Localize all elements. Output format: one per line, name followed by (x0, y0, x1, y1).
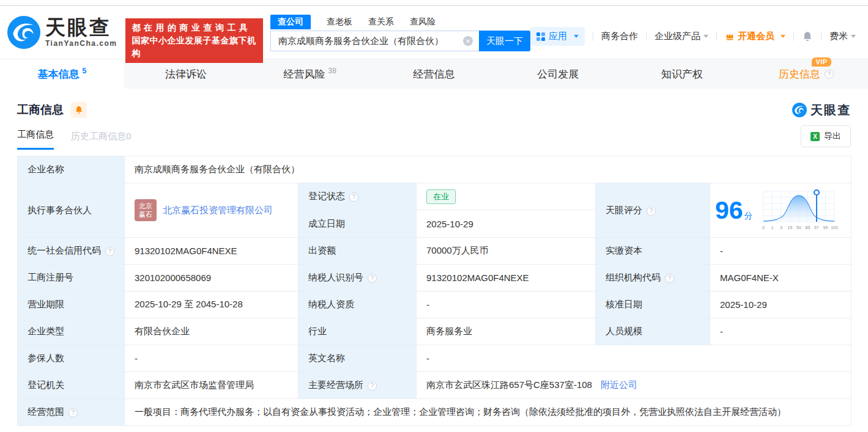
business-info-table: 企业名称 南京成顺商务服务合伙企业（有限合伙） 执行事务合伙人 北京赢石 北京赢… (17, 156, 851, 426)
score-distribution-chart: 0 1 3 15 50 85 97 99 100 (757, 186, 841, 234)
menu-enterprise-products[interactable]: 企业级产品 (655, 31, 708, 42)
help-icon[interactable]: ? (368, 274, 377, 283)
bell-icon (75, 106, 83, 114)
help-icon[interactable]: ? (665, 274, 674, 283)
table-row: 统一社会信用代码? 91320102MAG0F4NEXE 出资额 70000万人… (18, 238, 851, 265)
help-icon[interactable]: ? (647, 207, 656, 216)
tianyancha-watermark: 天眼查 (792, 102, 851, 119)
crown-icon (725, 32, 735, 41)
logo-text: 天眼查 (45, 17, 117, 38)
field-value: 91320102MAG0F4NEXE (417, 265, 596, 291)
field-label-cell: 执行事务合伙人 (18, 183, 125, 238)
field-value: 70000万人民币 (417, 238, 596, 265)
company-avatar[interactable]: 北京赢石 (135, 199, 157, 221)
menu-cooperation[interactable]: 商务合作 (601, 31, 638, 42)
field-label-cell: 核准日期 (596, 291, 710, 318)
field-label-cell: 英文名称 (299, 345, 417, 372)
menu-open-vip[interactable]: 开通会员 (725, 31, 785, 42)
svg-text:15: 15 (787, 225, 792, 230)
search-button[interactable]: 天眼一下 (479, 31, 530, 51)
divider (821, 32, 822, 41)
menu-username[interactable]: 费米 (829, 31, 856, 42)
search-area: 查公司 查老板 查关系 查风险 ✕ 天眼一下 (270, 13, 530, 51)
divider (716, 32, 717, 41)
field-label-cell: 工商注册号 (18, 265, 125, 291)
field-value: 南京市玄武区珠江路657号C座537室-108 (426, 379, 592, 390)
field-label-cell: 企业类型 (18, 318, 125, 345)
help-icon[interactable]: ? (69, 408, 78, 417)
nearby-companies-link[interactable]: 附近公司 (601, 379, 637, 390)
svg-text:100: 100 (831, 225, 838, 230)
monitor-bell-button[interactable] (71, 102, 87, 118)
field-label-cell: 经营范围? (18, 399, 125, 426)
chevron-down-icon (781, 35, 785, 38)
field-value: 91320102MAG0F4NEXE (125, 238, 299, 265)
search-tab-boss[interactable]: 查老板 (327, 15, 352, 29)
tianyancha-logo[interactable]: 天眼查 TianYanCha.com (7, 16, 117, 49)
grid-icon (536, 32, 545, 41)
help-icon[interactable]: ? (825, 70, 834, 79)
tianyan-score-cell[interactable]: 96分 (710, 183, 851, 238)
field-value: - (417, 291, 596, 318)
help-icon[interactable]: ? (349, 192, 358, 202)
table-row: 经营范围? 一般项目：商务代理代办服务；以自有资金从事投资活动；企业管理；企业管… (18, 399, 851, 426)
search-tab-company[interactable]: 查公司 (270, 15, 311, 29)
tab-basic-info[interactable]: 基本信息5 (0, 59, 124, 89)
field-value: - (710, 238, 851, 265)
apps-menu-button[interactable]: 应用 (530, 27, 585, 46)
partner-company-link[interactable]: 北京赢石投资管理有限公司 (163, 205, 273, 216)
table-row: 登记机关 南京市玄武区市场监督管理局 主要经营场所? 南京市玄武区珠江路657号… (18, 372, 851, 399)
field-value: - (417, 345, 851, 372)
svg-text:1: 1 (771, 225, 773, 230)
field-value: 南京市玄武区市场监督管理局 (125, 372, 299, 399)
field-label-cell: 组织机构代码? (596, 265, 710, 291)
table-row: 参保人数 - 英文名称 - (18, 345, 851, 372)
tab-intellectual-property[interactable]: 知识产权 (620, 59, 744, 89)
field-value: MAG0F4NE-X (710, 265, 851, 291)
divider (793, 32, 794, 41)
notification-bell-icon[interactable] (802, 31, 813, 42)
chevron-down-icon (703, 35, 708, 38)
help-icon[interactable]: ? (368, 381, 377, 390)
tianyancha-logo-icon (7, 16, 40, 49)
field-label-cell: 人员规模 (596, 318, 710, 345)
top-menu: 应用 商务合作 企业级产品 开通会员 费米 (530, 27, 856, 46)
field-value: 商务服务业 (417, 318, 596, 345)
field-label-cell: 天眼评分? (596, 183, 710, 238)
svg-text:85: 85 (805, 225, 810, 230)
search-tab-risk[interactable]: 查风险 (410, 15, 436, 29)
section-header: 工商信息 天眼查 (17, 101, 851, 119)
tab-company-development[interactable]: 公司发展 (496, 59, 620, 89)
field-label-cell: 参保人数 (18, 345, 125, 372)
field-label-cell: 出资额 (299, 238, 417, 265)
tab-legal-proceedings[interactable]: 法律诉讼 (124, 59, 248, 89)
table-row: 执行事务合伙人 北京赢石 北京赢石投资管理有限公司 登记状态? 在业 天眼评分?… (18, 183, 851, 210)
search-input[interactable] (270, 31, 479, 51)
field-label-cell: 主要经营场所? (299, 372, 417, 399)
search-tab-relation[interactable]: 查关系 (368, 15, 394, 29)
field-label-cell: 统一社会信用代码? (18, 238, 125, 265)
excel-icon: X (811, 132, 820, 141)
export-button[interactable]: X 导出 (801, 125, 851, 147)
section-title: 工商信息 (17, 102, 64, 118)
subtab-row: 工商信息 历史工商信息0 X 导出 (17, 125, 851, 150)
tab-business-risk[interactable]: 经营风险38 (248, 59, 372, 89)
registration-status-cell: 在业 (417, 183, 596, 210)
field-label-cell: 纳税人识别号? (299, 265, 417, 291)
clear-search-icon[interactable]: ✕ (463, 36, 473, 46)
subtab-history-registration[interactable]: 历史工商信息0 (71, 131, 131, 150)
tab-count: 38 (328, 67, 336, 75)
field-label-cell: 营业期限 (18, 291, 125, 318)
subtab-business-registration[interactable]: 工商信息 (17, 129, 54, 150)
help-icon[interactable]: ? (105, 247, 114, 256)
tab-history-info[interactable]: 历史信息 VIP ? (744, 59, 868, 89)
field-value: 有限合伙企业 (125, 318, 299, 345)
tab-business-info[interactable]: 经营信息 (372, 59, 496, 89)
field-label-cell: 登记状态? (299, 183, 417, 210)
brand-slogan: 都在用的商业查询工具 国家中小企业发展子基金旗下机构 (125, 18, 263, 63)
field-value: 2025-10-29 至 2045-10-28 (125, 291, 299, 318)
field-label-cell: 企业名称 (18, 156, 125, 183)
score-value: 96 (715, 196, 743, 224)
field-value: 2025-10-29 (710, 291, 851, 318)
field-value: 320102000658069 (125, 265, 299, 291)
